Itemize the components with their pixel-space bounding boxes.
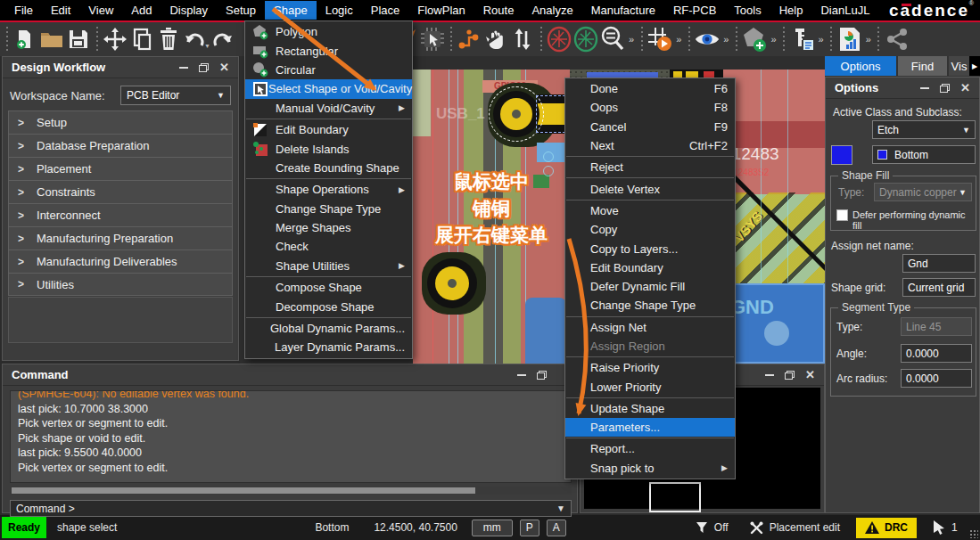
filter-status[interactable]: Off [696, 521, 729, 534]
workflow-section-manufacturing-deliverables[interactable]: >Manufacturing Deliverables [8, 250, 233, 273]
command-console[interactable]: (SPMHGE-604): No editable vertex was fou… [10, 390, 572, 483]
float-icon[interactable] [537, 371, 547, 380]
chip-select-icon[interactable] [419, 26, 446, 53]
redo-icon[interactable] [209, 26, 235, 53]
p-button[interactable]: P [520, 520, 539, 536]
grid-icon[interactable] [646, 26, 673, 53]
menu-shape[interactable]: Shape [265, 1, 317, 20]
copy-icon[interactable] [128, 26, 155, 53]
menu-setup[interactable]: Setup [217, 1, 265, 20]
shape-grid-input[interactable]: Current grid [902, 278, 976, 297]
float-icon[interactable] [199, 63, 209, 72]
ratsnest-red-icon[interactable] [546, 26, 572, 53]
units-button[interactable]: mm [472, 520, 513, 536]
toolbar-overflow-chevron[interactable]: » [816, 34, 827, 45]
minimize-icon[interactable] [517, 374, 526, 376]
tab-vis[interactable]: Vis [949, 56, 969, 76]
context-item-snap-pick-to[interactable]: Snap pick to▶ [565, 459, 735, 478]
menu-logic[interactable]: Logic [317, 1, 362, 20]
menu-view[interactable]: View [79, 1, 122, 20]
tab-options[interactable]: Options [825, 56, 896, 76]
placement-icon[interactable] [789, 26, 816, 53]
menu-item-compose-shape[interactable]: Compose Shape [245, 278, 412, 297]
context-item-next[interactable]: NextCtrl+F2 [565, 136, 735, 155]
context-item-cancel[interactable]: CancelF9 [565, 118, 735, 136]
chevron-down-icon[interactable]: ▼ [556, 503, 565, 513]
shape-add-icon[interactable] [741, 26, 768, 53]
menu-help[interactable]: Help [770, 1, 812, 20]
workflow-section-constraints[interactable]: >Constraints [8, 180, 233, 203]
menu-dianlujl[interactable]: DianLuJL [811, 1, 878, 20]
swap-layers-icon[interactable] [509, 26, 536, 53]
float-icon[interactable] [940, 84, 950, 93]
minimize-icon[interactable] [920, 87, 929, 89]
zoom-search-icon[interactable] [599, 26, 626, 53]
menu-item-shape-utilities[interactable]: Shape Utilities▶ [245, 257, 412, 275]
delete-icon[interactable] [155, 26, 182, 53]
workflow-section-utilities[interactable]: >Utilities [8, 273, 233, 296]
menu-place[interactable]: Place [362, 1, 409, 20]
menu-item-change-shape-type[interactable]: Change Shape Type [245, 200, 412, 218]
subclass-select[interactable]: Bottom [872, 145, 976, 164]
angle-input[interactable]: 0.0000 [901, 344, 972, 363]
menu-file[interactable]: File [5, 1, 42, 20]
menu-item-check[interactable]: Check [245, 237, 412, 256]
reports-icon[interactable] [836, 26, 863, 53]
menu-item-merge-shapes[interactable]: Merge Shapes [245, 218, 412, 237]
float-icon[interactable] [785, 371, 795, 380]
context-item-raise-priority[interactable]: Raise Priority [565, 358, 735, 377]
context-item-change-shape-type[interactable]: Change Shape Type [565, 296, 735, 315]
menu-flowplan[interactable]: FlowPlan [408, 1, 474, 20]
world-view-viewport-rect[interactable] [649, 482, 701, 512]
menu-item-decompose-shape[interactable]: Decompose Shape [245, 297, 412, 315]
minimize-icon[interactable] [179, 67, 188, 69]
new-drawing-icon[interactable] [12, 26, 38, 53]
subclass-color-swatch[interactable] [831, 145, 852, 165]
a-button[interactable]: A [547, 520, 566, 536]
menu-item-edit-boundary[interactable]: Edit Boundary [245, 120, 412, 139]
tab-scroll-arrow-icon[interactable]: ▶ [969, 56, 980, 76]
close-icon[interactable]: ✕ [960, 84, 970, 93]
menu-item-manual-void-cavity[interactable]: Manual Void/Cavity▶ [245, 99, 412, 118]
workflow-section-placement[interactable]: >Placement [8, 157, 233, 180]
context-item-defer-dynamic-fill[interactable]: Defer Dynamic Fill [565, 277, 735, 296]
move-icon[interactable] [102, 26, 128, 53]
menu-item-polygon[interactable]: Polygon [245, 22, 412, 41]
menu-item-circular[interactable]: Circular [245, 61, 412, 79]
class-select[interactable]: Etch▼ [872, 120, 976, 139]
context-item-delete-vertex[interactable]: Delete Vertex [565, 179, 735, 198]
workspace-name-select[interactable]: PCB Editor▼ [120, 86, 231, 105]
ratsnest-green-icon[interactable] [572, 26, 599, 53]
context-item-update-shape[interactable]: Update Shape [565, 399, 735, 418]
close-icon[interactable]: ✕ [805, 371, 815, 380]
menu-item-shape-operations[interactable]: Shape Operations▶ [245, 180, 412, 199]
menu-add[interactable]: Add [122, 1, 161, 20]
menu-item-global-dynamic-params[interactable]: Global Dynamic Params... [245, 319, 412, 338]
toolbar-overflow-chevron[interactable]: » [626, 34, 637, 45]
menu-item-create-bounding-shape[interactable]: Create Bounding Shape [245, 159, 412, 177]
workflow-section-database-preparation[interactable]: >Database Preparation [8, 134, 233, 157]
context-item-oops[interactable]: OopsF8 [565, 98, 735, 117]
context-item-lower-priority[interactable]: Lower Priority [565, 377, 735, 396]
pan-hand-icon[interactable] [482, 26, 509, 53]
workflow-section-manufacturing-preparation[interactable]: >Manufacturing Preparation [8, 226, 233, 250]
context-item-done[interactable]: DoneF6 [565, 79, 735, 98]
menu-item-select-shape-or-void-cavity[interactable]: Select Shape or Void/Cavity [245, 79, 412, 98]
menu-tools[interactable]: Tools [725, 1, 770, 20]
toolbar-overflow-chevron[interactable]: » [673, 34, 684, 45]
undo-icon[interactable]: ▼ [182, 26, 209, 53]
context-item-report[interactable]: Report... [565, 439, 735, 458]
menu-item-layer-dynamic-params[interactable]: Layer Dynamic Params... [245, 338, 412, 356]
context-item-edit-boundary[interactable]: Edit Boundary [565, 258, 735, 277]
route-icon[interactable] [456, 26, 482, 53]
tab-find[interactable]: Find [898, 56, 947, 76]
arc-radius-input[interactable]: 0.0000 [901, 369, 972, 388]
assign-net-input[interactable]: Gnd [902, 254, 976, 273]
drc-badge[interactable]: DRC [856, 518, 917, 538]
toolbar-overflow-chevron[interactable]: » [721, 34, 731, 45]
context-item-reject[interactable]: Reject [565, 158, 735, 176]
context-item-copy[interactable]: Copy [565, 220, 735, 239]
console-hscrollbar[interactable] [10, 487, 572, 495]
menu-rfpcb[interactable]: RF-PCB [664, 1, 725, 20]
workflow-section-setup[interactable]: >Setup [8, 110, 233, 134]
